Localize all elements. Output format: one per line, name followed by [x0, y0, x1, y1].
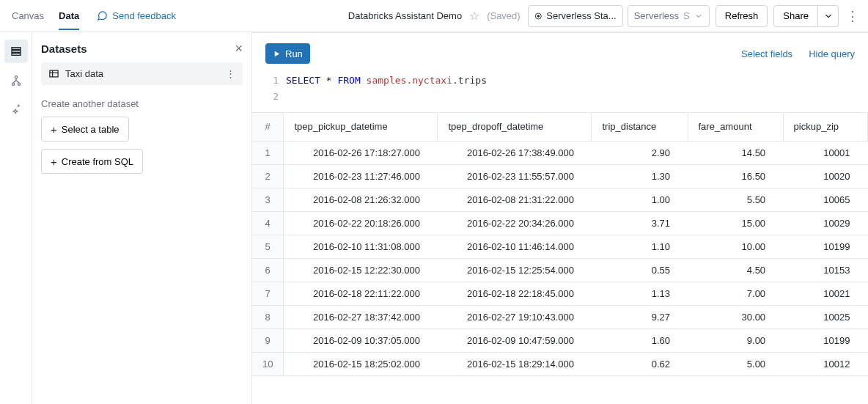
col-trip-distance[interactable]: trip_distance — [592, 113, 688, 141]
table-row[interactable]: 102016-02-15 18:25:02.0002016-02-15 18:2… — [252, 352, 868, 375]
hierarchy-icon — [10, 75, 22, 87]
cell-dropoff: 2016-02-22 20:34:26.000 — [438, 211, 592, 235]
plus-icon: + — [51, 123, 57, 136]
cell-zip: 10153 — [783, 258, 867, 282]
cell-pickup: 2016-02-23 11:27:46.000 — [284, 164, 438, 188]
table-header-row: # tpep_pickup_datetime tpep_dropoff_date… — [252, 113, 868, 141]
cell-distance: 1.10 — [592, 235, 688, 258]
sql-token: . — [452, 75, 458, 86]
table-row[interactable]: 42016-02-22 20:18:26.0002016-02-22 20:34… — [252, 211, 868, 235]
table-row[interactable]: 12016-02-26 17:18:27.0002016-02-26 17:38… — [252, 141, 868, 164]
table-row[interactable]: 52016-02-10 11:31:08.0002016-02-10 11:46… — [252, 235, 868, 258]
refresh-button[interactable]: Refresh — [716, 5, 768, 27]
svg-rect-3 — [12, 51, 21, 53]
close-panel-button[interactable]: × — [235, 41, 243, 56]
table-icon — [48, 68, 59, 79]
cell-index: 7 — [252, 282, 284, 305]
cell-distance: 1.13 — [592, 282, 688, 305]
cell-distance: 0.62 — [592, 352, 688, 375]
table-row[interactable]: 82016-02-27 18:37:42.0002016-02-27 19:10… — [252, 305, 868, 328]
table-row[interactable]: 72016-02-18 22:11:22.0002016-02-18 22:18… — [252, 282, 868, 305]
dot-circle-icon — [534, 11, 542, 21]
results-table-wrap[interactable]: # tpep_pickup_datetime tpep_dropoff_date… — [252, 112, 868, 404]
results-table: # tpep_pickup_datetime tpep_dropoff_date… — [252, 113, 868, 376]
cell-zip: 10020 — [783, 164, 867, 188]
table-row[interactable]: 62016-02-15 12:22:30.0002016-02-15 12:25… — [252, 258, 868, 282]
table-row[interactable]: 32016-02-08 21:26:32.0002016-02-08 21:31… — [252, 188, 868, 211]
cell-fare: 5.50 — [688, 188, 783, 211]
rail-add[interactable] — [4, 98, 28, 122]
play-icon — [273, 50, 281, 58]
col-pickup-datetime[interactable]: tpep_pickup_datetime — [284, 113, 438, 141]
more-menu-button[interactable]: ⋮ — [846, 8, 859, 24]
table-row[interactable]: 92016-02-09 10:37:05.0002016-02-09 10:47… — [252, 328, 868, 352]
compute-selector[interactable]: Serverless Sta... — [528, 5, 623, 27]
col-pickup-zip[interactable]: pickup_zip — [783, 113, 867, 141]
run-button[interactable]: Run — [265, 43, 310, 64]
tab-canvas[interactable]: Canvas — [12, 1, 44, 30]
view-tabs: Canvas Data — [12, 1, 79, 30]
cell-dropoff: 2016-02-15 12:25:54.000 — [438, 258, 592, 282]
cell-zip: 10065 — [783, 188, 867, 211]
cell-fare: 16.50 — [688, 164, 783, 188]
chevron-down-icon — [823, 11, 834, 21]
sql-line: SELECT * FROM samples.nyctaxi.trips — [286, 73, 487, 105]
compute-detail-selector[interactable]: Serverless S — [628, 5, 710, 27]
datasets-header: Datasets — [41, 43, 87, 55]
list-layout-icon — [10, 45, 22, 57]
share-caret-button[interactable] — [818, 5, 839, 27]
send-feedback-link[interactable]: Send feedback — [97, 10, 176, 21]
select-table-button[interactable]: + Select a table — [41, 117, 129, 142]
cell-index: 4 — [252, 211, 284, 235]
sql-keyword: SELECT — [286, 75, 320, 86]
dataset-item-taxi[interactable]: Taxi data ⋮ — [41, 62, 243, 85]
cell-distance: 9.27 — [592, 305, 688, 328]
cell-zip: 10025 — [783, 305, 867, 328]
hide-query-link[interactable]: Hide query — [809, 48, 855, 59]
sparkle-plus-icon — [10, 104, 22, 116]
cell-distance: 3.71 — [592, 211, 688, 235]
cell-dropoff: 2016-02-08 21:31:22.000 — [438, 188, 592, 211]
col-dropoff-datetime[interactable]: tpep_dropoff_datetime — [438, 113, 592, 141]
cell-dropoff: 2016-02-10 11:46:14.000 — [438, 235, 592, 258]
send-feedback-label: Send feedback — [112, 10, 176, 21]
select-fields-link[interactable]: Select fields — [741, 48, 792, 59]
cell-dropoff: 2016-02-09 10:47:59.000 — [438, 328, 592, 352]
svg-rect-4 — [12, 54, 21, 56]
cell-distance: 1.60 — [592, 328, 688, 352]
cell-pickup: 2016-02-27 18:37:42.000 — [284, 305, 438, 328]
col-index[interactable]: # — [252, 113, 284, 141]
cell-fare: 7.00 — [688, 282, 783, 305]
cell-zip: 10001 — [783, 141, 867, 164]
main-area: Datasets × Taxi data ⋮ Create another da… — [0, 32, 868, 404]
svg-point-5 — [15, 76, 17, 78]
cell-fare: 9.00 — [688, 328, 783, 352]
col-fare-amount[interactable]: fare_amount — [688, 113, 783, 141]
cell-dropoff: 2016-02-23 11:55:57.000 — [438, 164, 592, 188]
compute-size-label: S — [683, 10, 690, 21]
create-from-sql-label: Create from SQL — [62, 156, 133, 167]
cell-index: 5 — [252, 235, 284, 258]
cell-fare: 10.00 — [688, 235, 783, 258]
sql-editor[interactable]: 1 2 SELECT * FROM samples.nyctaxi.trips — [265, 73, 855, 105]
chat-icon — [97, 10, 108, 21]
rail-datasets[interactable] — [4, 40, 28, 63]
query-panel: Run Select fields Hide query 1 2 SELECT … — [252, 32, 868, 112]
cell-dropoff: 2016-02-27 19:10:43.000 — [438, 305, 592, 328]
cell-dropoff: 2016-02-15 18:29:14.000 — [438, 352, 592, 375]
run-label: Run — [285, 48, 303, 59]
share-button[interactable]: Share — [773, 5, 818, 27]
dataset-item-more-button[interactable]: ⋮ — [226, 68, 235, 79]
rail-schema[interactable] — [4, 69, 28, 92]
table-row[interactable]: 22016-02-23 11:27:46.0002016-02-23 11:55… — [252, 164, 868, 188]
cell-index: 8 — [252, 305, 284, 328]
tab-data[interactable]: Data — [59, 1, 79, 30]
sql-table: trips — [458, 75, 487, 86]
cell-pickup: 2016-02-10 11:31:08.000 — [284, 235, 438, 258]
star-icon[interactable]: ☆ — [469, 9, 479, 23]
cell-dropoff: 2016-02-26 17:38:49.000 — [438, 141, 592, 164]
cell-fare: 30.00 — [688, 305, 783, 328]
create-dataset-hint: Create another dataset — [41, 98, 243, 109]
left-rail — [0, 32, 32, 404]
create-from-sql-button[interactable]: + Create from SQL — [41, 149, 143, 174]
